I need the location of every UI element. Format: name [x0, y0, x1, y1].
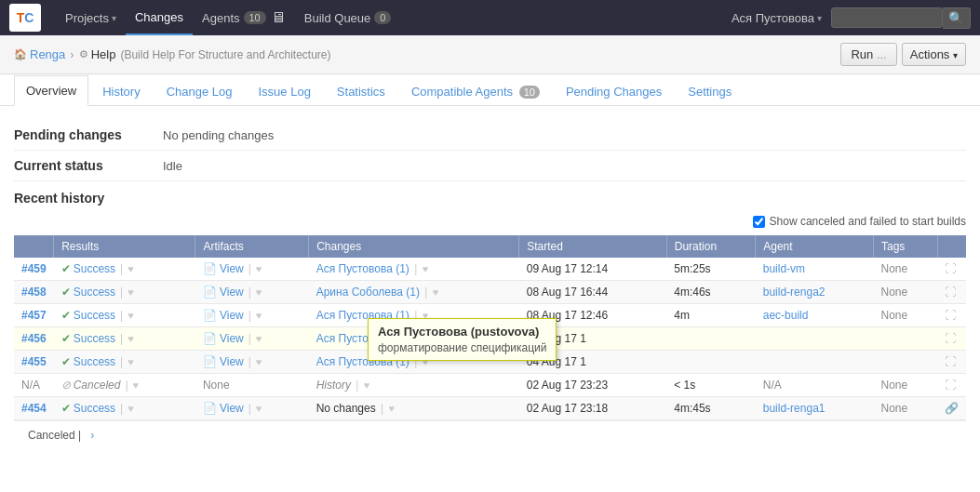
search-button[interactable]: 🔍: [943, 7, 971, 29]
tab-compatible-agents[interactable]: Compatible Agents 10: [399, 76, 552, 106]
result-cell: ✔ Success | ♥: [54, 327, 195, 351]
tc-logo: TC: [9, 4, 41, 32]
nav-changes[interactable]: Changes: [126, 0, 193, 35]
status-link[interactable]: Success: [74, 309, 115, 322]
build-num-link[interactable]: #458: [21, 286, 47, 299]
artifact-view-link[interactable]: View: [220, 402, 244, 415]
tab-pending-changes[interactable]: Pending Changes: [554, 76, 674, 106]
tag-icon[interactable]: ⛶: [945, 379, 956, 392]
build-num-link[interactable]: #459: [21, 262, 47, 275]
build-num-link[interactable]: #456: [21, 332, 47, 345]
heart-icon[interactable]: ♥: [128, 263, 134, 274]
nav-agents[interactable]: Agents 10 🖥: [193, 0, 295, 35]
changes-heart[interactable]: ♥: [364, 379, 370, 391]
actions-cell: ⛶: [937, 374, 966, 397]
status-canceled: ⊘ Canceled | ♥: [61, 379, 188, 392]
tab-issue-log[interactable]: Issue Log: [246, 76, 322, 106]
tag-icon[interactable]: ⛶: [945, 309, 956, 322]
duration-cell: 4m:45s: [666, 397, 756, 420]
changes-heart[interactable]: ♥: [433, 286, 439, 298]
artifact-heart-icon[interactable]: ♥: [256, 310, 262, 321]
breadcrumb-separator: ›: [70, 47, 74, 61]
user-menu[interactable]: Ася Пустовова ▾: [732, 11, 822, 25]
actions-cell: 🔗: [937, 397, 966, 420]
tags-cell: None: [874, 281, 938, 304]
changes-heart[interactable]: ♥: [389, 403, 396, 414]
nav-build-queue[interactable]: Build Queue 0: [295, 0, 401, 35]
heart-icon[interactable]: ♥: [128, 310, 134, 321]
duration-cell: 4m: [666, 304, 756, 327]
heart-icon[interactable]: ♥: [128, 356, 134, 367]
link-icon[interactable]: 🔗: [945, 402, 959, 415]
pagination-next[interactable]: ›: [90, 429, 94, 442]
logo-area[interactable]: TC: [9, 4, 47, 32]
table-header-row: Results Artifacts Changes Started Durati…: [14, 235, 966, 258]
agent-link[interactable]: build-vm: [763, 262, 805, 275]
breadcrumb-parent-link[interactable]: Renga: [30, 47, 65, 61]
status-link[interactable]: Success: [74, 332, 115, 345]
heart-icon[interactable]: ♥: [128, 333, 134, 344]
artifact-heart-icon[interactable]: ♥: [256, 333, 262, 344]
agent-cell: N/A: [756, 374, 874, 397]
tab-statistics[interactable]: Statistics: [325, 76, 397, 106]
page-subtitle: (Build Help For Structure and Architectu…: [120, 48, 330, 61]
tag-icon[interactable]: ⛶: [945, 262, 956, 275]
changes-link[interactable]: Ася Пустовова (1): [316, 262, 409, 275]
actions-button[interactable]: Actions ▾: [902, 43, 966, 66]
artifact-heart-icon[interactable]: ♥: [256, 263, 262, 274]
agent-link[interactable]: build-renga1: [763, 402, 826, 415]
tab-history[interactable]: History: [90, 76, 152, 106]
changes-link[interactable]: Арина Соболева (1): [316, 286, 420, 299]
tags-value: None: [881, 402, 908, 415]
tag-icon[interactable]: ⛶: [945, 286, 956, 299]
artifact-heart-icon[interactable]: ♥: [256, 286, 262, 298]
tab-overview[interactable]: Overview: [14, 75, 88, 106]
status-link[interactable]: Success: [74, 355, 115, 368]
agent-link[interactable]: aec-build: [763, 309, 809, 322]
top-nav: TC Projects ▾ Changes Agents 10 🖥 Build …: [0, 0, 980, 35]
artifact-view-link[interactable]: View: [220, 262, 244, 275]
status-link[interactable]: Success: [74, 262, 115, 275]
agent-link[interactable]: build-renga2: [763, 286, 826, 299]
status-link[interactable]: Success: [74, 402, 115, 415]
build-num-link[interactable]: #455: [21, 355, 47, 368]
build-num-link[interactable]: #457: [21, 309, 47, 322]
tab-settings[interactable]: Settings: [676, 76, 744, 106]
status-link[interactable]: Success: [74, 286, 115, 299]
monitor-icon: 🖥: [271, 9, 286, 26]
search-input[interactable]: [831, 7, 943, 28]
artifact-view-link[interactable]: View: [220, 309, 244, 322]
col-started: Started: [519, 235, 666, 258]
changes-italic: History: [316, 379, 351, 392]
agent-cell: [756, 327, 874, 351]
run-button[interactable]: Run ...: [840, 43, 896, 66]
build-num-cell: #456: [14, 327, 54, 351]
artifact-view-link[interactable]: View: [220, 355, 244, 368]
changes-heart[interactable]: ♥: [423, 263, 429, 274]
nav-projects[interactable]: Projects ▾: [56, 0, 126, 35]
tab-change-log[interactable]: Change Log: [154, 76, 245, 106]
artifact-view-link[interactable]: View: [220, 286, 244, 299]
build-num-link[interactable]: #454: [21, 402, 47, 415]
agent-cell: build-renga2: [756, 281, 874, 304]
actions-cell: ⛶: [937, 304, 966, 327]
table-row: N/A ⊘ Canceled | ♥ None History | ♥ 02 A…: [14, 374, 966, 397]
col-changes: Changes: [309, 235, 519, 258]
heart-icon[interactable]: ♥: [133, 379, 140, 391]
agent-cell: [756, 351, 874, 374]
run-dots: ...: [877, 47, 887, 61]
artifact-heart-icon[interactable]: ♥: [256, 356, 262, 367]
tags-cell: None: [874, 397, 938, 420]
artifact-heart-icon[interactable]: ♥: [256, 403, 262, 414]
tag-icon[interactable]: ⛶: [945, 332, 956, 345]
artifact-cell: 📄 View | ♥: [195, 351, 309, 374]
heart-icon[interactable]: ♥: [128, 403, 134, 414]
table-row: #458 ✔ Success | ♥ 📄 View | ♥ Арина Собо…: [14, 281, 966, 304]
artifact-view-link[interactable]: View: [220, 332, 244, 345]
tag-icon[interactable]: ⛶: [945, 355, 956, 368]
show-canceled-checkbox[interactable]: [753, 216, 765, 228]
artifact-icon: 📄: [203, 355, 217, 368]
artifact-cell: 📄 View | ♥: [195, 397, 309, 420]
build-num-cell: #459: [14, 258, 54, 281]
heart-icon[interactable]: ♥: [128, 286, 134, 298]
